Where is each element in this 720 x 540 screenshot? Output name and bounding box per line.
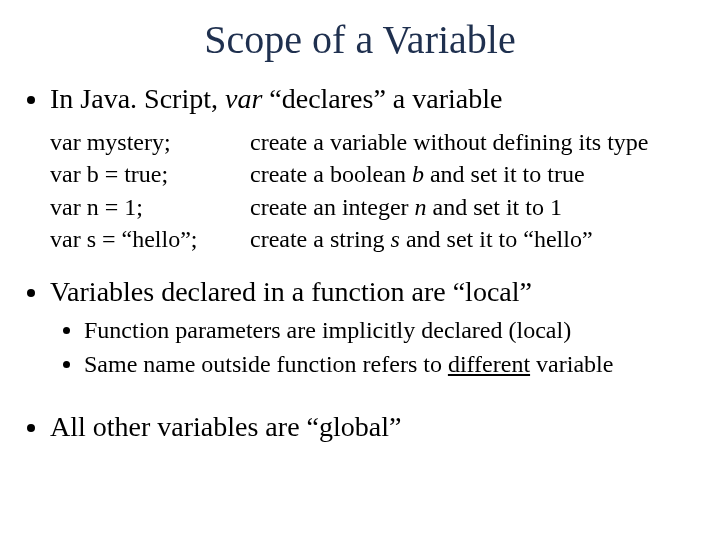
code-4-desc-i: s [391,226,400,252]
code-2-desc-post: and set it to true [424,161,585,187]
code-3-desc-pre: create an integer [250,194,415,220]
code-1: var mystery; [50,126,250,158]
bullet-1-pre: In Java. Script, [50,83,225,114]
bullet-2-text: Variables declared in a function are “lo… [50,276,532,307]
bullet-2-sub2: Same name outside function refers to dif… [84,349,698,379]
bullet-1: In Java. Script, var “declares” a variab… [50,81,698,116]
code-3-desc-post: and set it to 1 [427,194,562,220]
code-4-desc-pre: create a string [250,226,391,252]
code-row-3: var n = 1;create an integer n and set it… [50,191,698,223]
code-3: var n = 1; [50,191,250,223]
slide-title: Scope of a Variable [22,16,698,63]
code-1-desc: create a variable without defining its t… [250,129,649,155]
code-4: var s = “hello”; [50,223,250,255]
code-2: var b = true; [50,158,250,190]
bullet-2-sublist: Function parameters are implicitly decla… [50,315,698,379]
bullet-list-3: All other variables are “global” [22,409,698,444]
bullet-2-sub1: Function parameters are implicitly decla… [84,315,698,345]
bullet-3: All other variables are “global” [50,409,698,444]
spacer [22,389,698,409]
code-3-desc-i: n [415,194,427,220]
code-2-desc-pre: create a boolean [250,161,412,187]
bullet-1-var: var [225,83,262,114]
bullet-list-2: Variables declared in a function are “lo… [22,274,698,379]
code-row-1: var mystery;create a variable without de… [50,126,698,158]
slide: Scope of a Variable In Java. Script, var… [0,0,720,540]
bullet-list: In Java. Script, var “declares” a variab… [22,81,698,116]
bullet-1-post: “declares” a variable [262,83,502,114]
bullet-2-sub2-post: variable [530,351,613,377]
code-2-desc: create a boolean b and set it to true [250,161,585,187]
code-4-desc: create a string s and set it to “hello” [250,226,593,252]
code-3-desc: create an integer n and set it to 1 [250,194,562,220]
code-2-desc-i: b [412,161,424,187]
code-row-2: var b = true;create a boolean b and set … [50,158,698,190]
bullet-2-sub2-pre: Same name outside function refers to [84,351,448,377]
code-4-desc-post: and set it to “hello” [400,226,593,252]
bullet-2-sub2-u: different [448,351,530,377]
code-row-4: var s = “hello”;create a string s and se… [50,223,698,255]
code-block: var mystery;create a variable without de… [50,126,698,256]
bullet-2: Variables declared in a function are “lo… [50,274,698,379]
